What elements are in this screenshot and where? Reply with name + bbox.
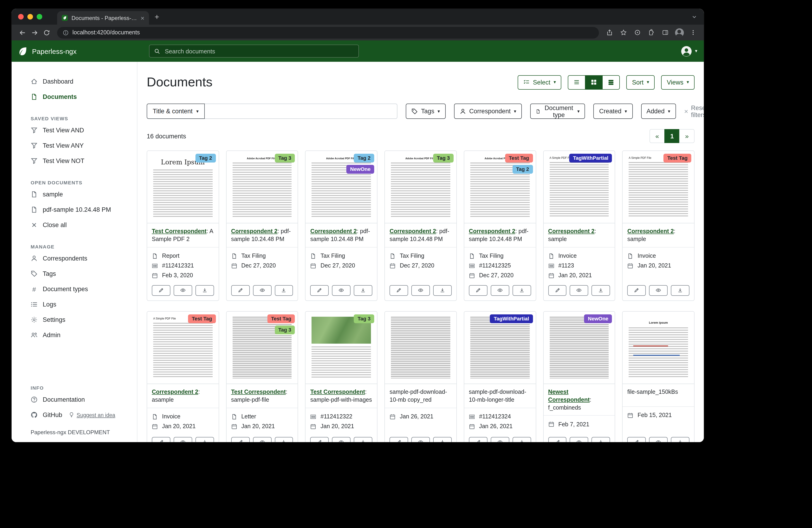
sidebar-item-open-doc-sample[interactable]: sample <box>31 187 130 202</box>
page-status-icon[interactable] <box>632 27 643 39</box>
download-button[interactable] <box>671 285 690 296</box>
edit-button[interactable] <box>469 437 488 442</box>
reload-icon[interactable] <box>40 27 53 39</box>
edit-button[interactable] <box>231 285 249 296</box>
download-button[interactable] <box>592 437 610 442</box>
document-type-row[interactable]: Report <box>152 251 214 261</box>
document-card[interactable]: Adobe Acrobat PDF Files Tag 3 Correspond… <box>226 151 298 301</box>
document-type-row[interactable]: Letter <box>231 412 293 422</box>
tag-badge[interactable]: Test Tag <box>188 314 216 323</box>
document-thumbnail[interactable]: Adobe Acrobat PDF Files Tag 3 <box>226 151 298 223</box>
sidebar-item-test-view-any[interactable]: Test View ANY <box>31 138 130 153</box>
document-card[interactable]: Adobe Acrobat PDF Files Tag 2NewOne Corr… <box>305 151 377 301</box>
title-content-dropdown-button[interactable]: Title & content ▾ <box>147 103 205 119</box>
view-button[interactable] <box>491 285 509 296</box>
view-button[interactable] <box>174 285 192 296</box>
back-icon[interactable] <box>16 27 28 39</box>
extensions-puzzle-icon[interactable] <box>645 27 657 39</box>
correspondent-link[interactable]: Correspondent 2 <box>231 228 277 234</box>
forward-icon[interactable] <box>28 27 40 39</box>
tag-badge[interactable]: Test Tag <box>505 154 533 162</box>
document-thumbnail[interactable]: Tag 3 <box>306 312 377 384</box>
document-card[interactable]: Tag 3 Test Correspondent: sample-pdf-wit… <box>305 311 377 442</box>
sidebar-item-test-view-not[interactable]: Test View NOT <box>31 153 130 169</box>
tag-badge[interactable]: Tag 3 <box>275 326 295 334</box>
edit-button[interactable] <box>548 437 567 442</box>
edit-button[interactable] <box>310 437 329 442</box>
sidebar-item-documents[interactable]: Documents <box>31 89 130 104</box>
added-filter-button[interactable]: Added ▾ <box>641 103 676 119</box>
sidebar-item-github[interactable]: GitHub <box>31 407 62 423</box>
document-card[interactable]: Test TagTag 3 Test Correspondent: sample… <box>226 311 298 442</box>
document-card[interactable]: A Simple PDF File TagWithPartial Corresp… <box>543 151 615 301</box>
tag-badge[interactable]: Tag 3 <box>354 314 374 323</box>
tag-badge[interactable]: Tag 3 <box>433 154 453 162</box>
view-button[interactable] <box>570 437 589 442</box>
side-panel-icon[interactable] <box>659 27 671 39</box>
tag-badge[interactable]: Tag 3 <box>275 154 295 162</box>
sidebar-item-close-all[interactable]: Close all <box>31 217 130 233</box>
created-filter-button[interactable]: Created ▾ <box>594 103 633 119</box>
view-button[interactable] <box>332 285 351 296</box>
view-button[interactable] <box>491 437 509 442</box>
browser-menu-icon[interactable] <box>687 27 699 39</box>
download-button[interactable] <box>433 285 452 296</box>
correspondent-link[interactable]: Correspondent 2 <box>627 228 674 234</box>
view-button[interactable] <box>649 285 668 296</box>
view-button[interactable] <box>332 437 351 442</box>
edit-button[interactable] <box>548 285 567 296</box>
tags-filter-button[interactable]: Tags ▾ <box>406 103 446 119</box>
tag-badge[interactable]: Test Tag <box>664 154 691 162</box>
download-button[interactable] <box>354 437 372 442</box>
document-type-row[interactable]: Tax Filing <box>231 251 293 261</box>
bookmark-star-icon[interactable] <box>618 27 629 39</box>
sidebar-item-test-view-and[interactable]: Test View AND <box>31 123 130 138</box>
tag-badge[interactable]: TagWithPartial <box>569 154 612 162</box>
views-button[interactable]: Views ▾ <box>661 75 695 89</box>
document-type-row[interactable]: Tax Filing <box>310 251 372 261</box>
document-thumbnail[interactable]: Test TagTag 3 <box>226 312 298 384</box>
download-button[interactable] <box>671 437 690 442</box>
browser-tab[interactable]: Documents - Paperless-ngx × <box>57 11 149 25</box>
document-thumbnail[interactable]: Adobe Acrobat PDF Files Test TagTag 2 <box>464 151 536 223</box>
asn-row[interactable]: #112412325 <box>469 261 531 271</box>
edit-button[interactable] <box>469 285 488 296</box>
tab-close-icon[interactable]: × <box>141 15 144 21</box>
sidebar-item-tags[interactable]: Tags <box>31 266 130 282</box>
document-card[interactable]: TagWithPartial sample-pdf-download-10-mb… <box>464 311 536 442</box>
url-bar[interactable]: localhost:4200/documents <box>57 27 599 38</box>
user-menu[interactable]: ▾ <box>681 45 697 57</box>
asn-row[interactable]: #1123 <box>548 261 610 271</box>
suggest-an-idea-link[interactable]: Suggest an idea <box>69 412 115 418</box>
edit-button[interactable] <box>627 437 646 442</box>
sidebar-item-document-types[interactable]: # Document types <box>31 282 130 297</box>
view-button[interactable] <box>253 285 271 296</box>
document-type-row[interactable]: Tax Filing <box>390 251 451 261</box>
asn-row[interactable]: #112412322 <box>310 412 372 422</box>
download-button[interactable] <box>433 437 452 442</box>
download-button[interactable] <box>195 437 214 442</box>
list-view-button[interactable] <box>568 75 586 89</box>
document-card[interactable]: sample-pdf-download-10-mb copy_red Jan 2… <box>385 311 456 442</box>
edit-button[interactable] <box>390 437 408 442</box>
correspondent-link[interactable]: Correspondent 2 <box>548 228 594 234</box>
tag-badge[interactable]: Tag 2 <box>195 154 216 162</box>
grid-view-button[interactable] <box>585 75 603 89</box>
sidebar-item-dashboard[interactable]: Dashboard <box>31 74 130 89</box>
correspondent-link[interactable]: Correspondent 2 <box>469 228 515 234</box>
edit-button[interactable] <box>152 437 170 442</box>
download-button[interactable] <box>512 437 531 442</box>
view-button[interactable] <box>570 285 589 296</box>
document-card[interactable]: A Simple PDF File Test Tag Correspondent… <box>147 311 219 442</box>
sort-button[interactable]: Sort ▾ <box>626 75 655 89</box>
document-thumbnail[interactable]: Lorem Ipsum Tag 2 <box>147 151 218 223</box>
asn-row[interactable]: #112412321 <box>152 261 214 271</box>
tag-badge[interactable]: TagWithPartial <box>490 314 533 323</box>
edit-button[interactable] <box>231 437 249 442</box>
view-button[interactable] <box>411 285 430 296</box>
download-button[interactable] <box>592 285 610 296</box>
sidebar-item-settings[interactable]: Settings <box>31 312 130 327</box>
correspondent-filter-button[interactable]: Correspondent ▾ <box>454 103 522 119</box>
document-thumbnail[interactable]: Adobe Acrobat PDF Files Tag 3 <box>385 151 456 223</box>
browser-profile-avatar[interactable] <box>673 27 685 39</box>
